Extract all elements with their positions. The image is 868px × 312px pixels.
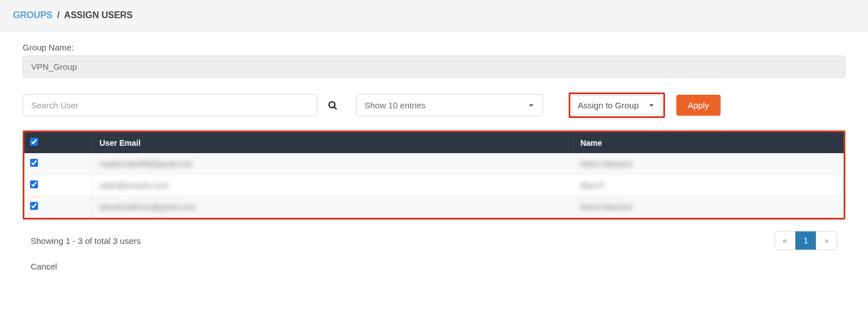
cell-name: Alice P [573, 175, 844, 196]
cell-email: lahudmadhova@gmail.com [92, 196, 573, 218]
action-select[interactable]: Assign to Group [571, 95, 662, 115]
pagination: « 1 » [774, 231, 837, 250]
svg-line-1 [334, 107, 337, 109]
row-checkbox[interactable] [30, 202, 38, 210]
table-row: madivorakoff6@gmail.com Rahul Maclano [24, 153, 844, 175]
table-row: rabin@versufu.com Alice P [24, 175, 844, 196]
search-input[interactable] [23, 94, 317, 116]
breadcrumb-root[interactable]: GROUPS [13, 10, 52, 20]
cell-email: rabin@versufu.com [92, 175, 573, 196]
users-table: User Email Name madivorakoff6@gmail.com … [24, 132, 844, 218]
content: Group Name: Show 10 entries Assign to Gr… [0, 31, 868, 288]
select-all-checkbox[interactable] [30, 138, 38, 146]
group-name-label: Group Name: [23, 43, 845, 52]
pagination-info: Showing 1 - 3 of total 3 users [31, 236, 141, 246]
cell-name: Rahul Maclano [573, 153, 844, 175]
action-select-highlight: Assign to Group [569, 92, 665, 118]
search-button[interactable] [317, 100, 345, 111]
table-header-row: User Email Name [24, 132, 844, 153]
svg-point-0 [329, 102, 335, 108]
page-1[interactable]: 1 [795, 231, 816, 250]
row-checkbox[interactable] [30, 159, 38, 167]
cell-email: madivorakoff6@gmail.com [92, 153, 573, 175]
breadcrumb: GROUPS / ASSIGN USERS [13, 10, 855, 20]
users-table-frame: User Email Name madivorakoff6@gmail.com … [23, 130, 845, 220]
search-wrap [23, 94, 345, 116]
cancel-link[interactable]: Cancel [31, 262, 57, 271]
group-name-input[interactable] [23, 56, 845, 78]
table-row: lahudmadhova@gmail.com Rahul Maclano [24, 196, 844, 218]
controls-row: Show 10 entries Assign to Group Apply [23, 92, 845, 118]
page-next[interactable]: » [816, 231, 837, 250]
row-checkbox[interactable] [30, 180, 38, 188]
search-icon [328, 100, 338, 111]
table-footer: Showing 1 - 3 of total 3 users « 1 » [23, 231, 845, 250]
cell-name: Rahul Maclano [573, 196, 844, 218]
header-email[interactable]: User Email [92, 132, 573, 153]
entries-select[interactable]: Show 10 entries [356, 94, 543, 116]
breadcrumb-sep: / [57, 10, 60, 20]
apply-button[interactable]: Apply [676, 95, 721, 116]
header-checkbox-cell [24, 132, 92, 153]
header-bar: GROUPS / ASSIGN USERS [0, 0, 868, 31]
breadcrumb-current: ASSIGN USERS [64, 10, 133, 20]
page-prev[interactable]: « [775, 231, 796, 250]
header-name[interactable]: Name [573, 132, 844, 153]
